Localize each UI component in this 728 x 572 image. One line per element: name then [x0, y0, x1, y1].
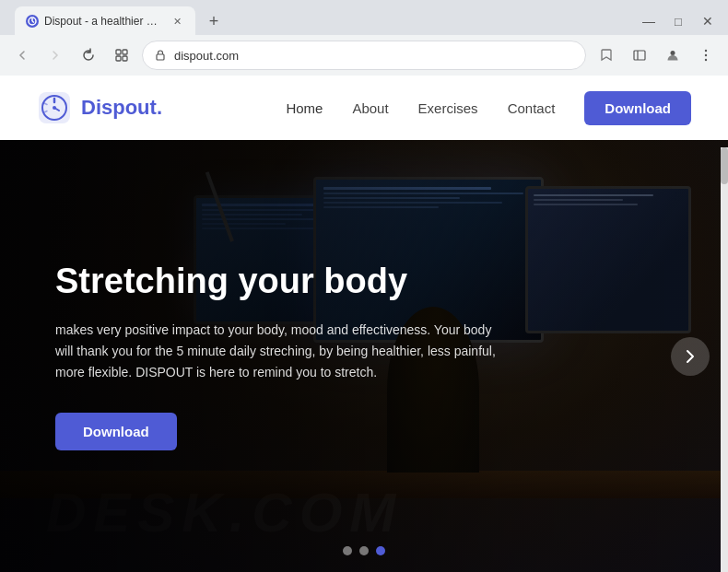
extensions-button[interactable]: [109, 42, 135, 68]
svg-rect-5: [116, 56, 121, 61]
back-button[interactable]: [9, 42, 35, 68]
forward-button[interactable]: [42, 42, 68, 68]
svg-rect-3: [116, 50, 121, 54]
refresh-button[interactable]: [76, 42, 101, 68]
close-button[interactable]: ✕: [697, 10, 719, 32]
chevron-right-icon: [681, 347, 699, 366]
url-display: dispout.com: [174, 49, 574, 63]
logo-icon: [37, 90, 72, 125]
carousel-dots: [343, 546, 385, 555]
carousel-dot-3[interactable]: [376, 546, 385, 555]
nav-home[interactable]: Home: [286, 100, 323, 116]
browser-toolbar: dispout.com: [0, 35, 728, 76]
tab-favicon: [26, 15, 39, 28]
svg-point-18: [53, 106, 56, 110]
tab-close-button[interactable]: ✕: [170, 14, 184, 29]
minimize-button[interactable]: —: [638, 10, 660, 32]
active-tab[interactable]: Dispout - a healthier way to wo... ✕: [15, 6, 195, 36]
title-bar: Dispout - a healthier way to wo... ✕ + —…: [0, 0, 728, 35]
svg-rect-6: [123, 56, 127, 61]
svg-point-13: [705, 59, 707, 61]
browser-window: Dispout - a healthier way to wo... ✕ + —…: [0, 0, 728, 76]
carousel-next-button[interactable]: [671, 337, 710, 376]
nav-exercises[interactable]: Exercises: [418, 100, 478, 116]
nav-about[interactable]: About: [352, 100, 388, 116]
svg-point-11: [705, 50, 707, 52]
carousel-dot-1[interactable]: [343, 546, 352, 555]
hero-description: makes very positive impact to your body,…: [55, 320, 498, 383]
hero-title: Stretching your body: [55, 262, 498, 302]
navbar: Dispout. Home About Exercises Contact Do…: [0, 76, 728, 140]
scrollbar-thumb[interactable]: [721, 147, 728, 184]
profile-button[interactable]: [660, 42, 686, 68]
logo[interactable]: Dispout.: [37, 90, 162, 125]
nav-links: Home About Exercises Contact Download: [286, 91, 691, 125]
maximize-button[interactable]: □: [667, 10, 689, 32]
hero-content: Stretching your body makes very positive…: [0, 140, 553, 572]
scrollbar[interactable]: [721, 147, 728, 572]
svg-rect-4: [123, 50, 127, 54]
nav-contact[interactable]: Contact: [508, 100, 556, 116]
sidebar-toggle-button[interactable]: [627, 42, 652, 68]
svg-point-12: [705, 54, 707, 56]
logo-text: Dispout.: [81, 96, 162, 120]
svg-point-10: [671, 51, 675, 55]
svg-rect-7: [157, 54, 164, 60]
new-tab-button[interactable]: +: [201, 8, 227, 34]
bookmark-button[interactable]: [593, 42, 619, 68]
menu-button[interactable]: [693, 42, 719, 68]
hero-download-button[interactable]: Download: [55, 413, 177, 450]
tab-title: Dispout - a healthier way to wo...: [44, 15, 164, 28]
nav-download-button[interactable]: Download: [584, 91, 691, 125]
hero-section: DESK.COM Stretching your body makes very…: [0, 140, 728, 572]
address-bar[interactable]: dispout.com: [142, 41, 586, 70]
website-content: Dispout. Home About Exercises Contact Do…: [0, 76, 728, 572]
lock-icon: [154, 49, 167, 62]
svg-rect-8: [634, 51, 645, 60]
svg-line-2: [32, 21, 34, 23]
carousel-dot-2[interactable]: [359, 546, 369, 555]
